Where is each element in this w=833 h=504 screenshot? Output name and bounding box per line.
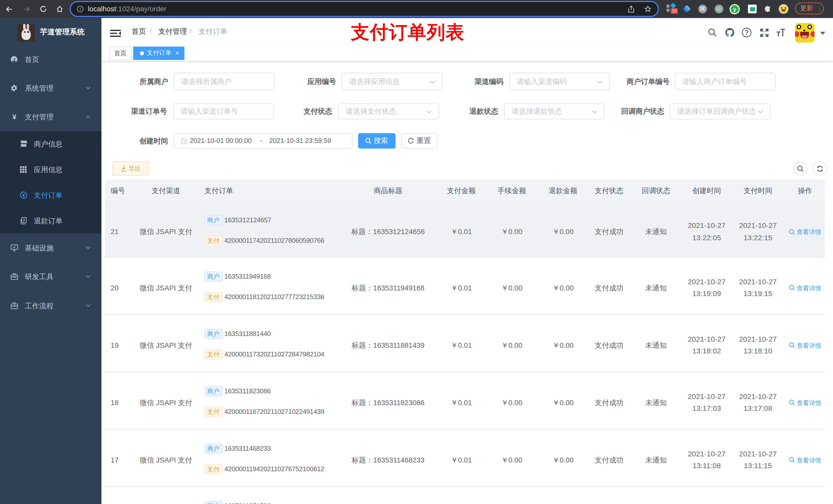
svg-text:¥: ¥ — [12, 113, 16, 120]
svg-text:¥: ¥ — [22, 193, 25, 198]
